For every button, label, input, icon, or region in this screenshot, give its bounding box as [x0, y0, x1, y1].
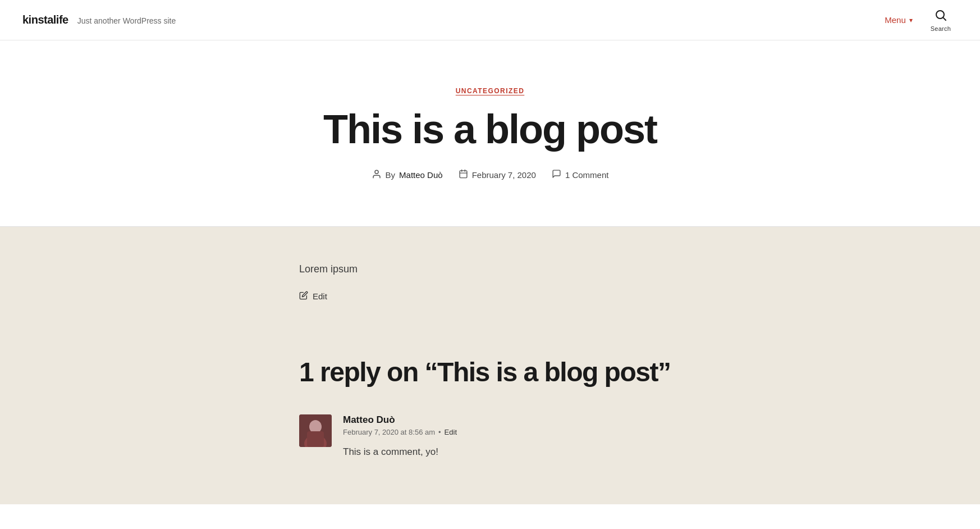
svg-point-2 — [375, 170, 378, 174]
comment-text: This is a comment, yo! — [343, 444, 681, 459]
post-content-section: Lorem ipsum Edit — [0, 227, 980, 336]
comment-edit-link[interactable]: Edit — [445, 428, 457, 436]
edit-label: Edit — [313, 291, 327, 301]
comments-title: 1 reply on “This is a blog post” — [299, 358, 681, 387]
post-title: This is a blog post — [265, 108, 715, 151]
bullet-separator: • — [438, 428, 441, 436]
comment-author: Matteo Duò — [343, 414, 681, 426]
search-icon — [934, 8, 947, 24]
edit-post-link[interactable]: Edit — [299, 291, 681, 302]
post-comments[interactable]: 1 Comment — [565, 170, 609, 180]
header-right: Menu ▾ Search — [878, 4, 958, 37]
comments-inner: 1 reply on “This is a blog post” Matteo … — [299, 358, 681, 459]
person-icon — [372, 169, 382, 181]
menu-button[interactable]: Menu ▾ — [878, 11, 919, 29]
edit-icon — [299, 291, 308, 302]
post-author-meta: By Matteo Duò — [372, 169, 443, 181]
site-tagline: Just another WordPress site — [77, 16, 176, 25]
post-date-meta: February 7, 2020 — [459, 169, 536, 181]
svg-rect-3 — [460, 171, 467, 178]
post-date: February 7, 2020 — [472, 170, 536, 180]
by-label: By — [386, 170, 396, 180]
avatar-image — [299, 414, 332, 447]
post-content-inner: Lorem ipsum Edit — [299, 261, 681, 302]
comment-icon — [552, 169, 561, 181]
calendar-icon — [459, 169, 468, 181]
post-comments-meta: 1 Comment — [552, 169, 609, 181]
comment-item: Matteo Duò February 7, 2020 at 8:56 am •… — [299, 414, 681, 459]
site-logo[interactable]: kinstalife — [22, 13, 68, 26]
menu-label: Menu — [885, 15, 906, 25]
post-header-section: UNCATEGORIZED This is a blog post By Mat… — [0, 40, 980, 226]
comment-date: February 7, 2020 at 8:56 am — [343, 428, 435, 436]
svg-rect-10 — [307, 431, 324, 447]
chevron-down-icon: ▾ — [909, 16, 913, 24]
search-label: Search — [931, 25, 951, 32]
avatar — [299, 414, 332, 447]
svg-point-0 — [936, 11, 944, 19]
site-header: kinstalife Just another WordPress site M… — [0, 0, 980, 40]
post-body: Lorem ipsum — [299, 261, 681, 278]
search-button[interactable]: Search — [924, 4, 958, 37]
post-category-link[interactable]: UNCATEGORIZED — [456, 87, 525, 95]
comment-date-line: February 7, 2020 at 8:56 am • Edit — [343, 428, 681, 436]
post-meta: By Matteo Duò February 7, 2020 1 Comment — [22, 169, 958, 181]
comments-section: 1 reply on “This is a blog post” Matteo … — [0, 335, 980, 504]
post-author[interactable]: Matteo Duò — [399, 170, 443, 180]
comment-body: Matteo Duò February 7, 2020 at 8:56 am •… — [343, 414, 681, 459]
site-branding: kinstalife Just another WordPress site — [22, 13, 176, 26]
svg-line-1 — [944, 17, 946, 20]
